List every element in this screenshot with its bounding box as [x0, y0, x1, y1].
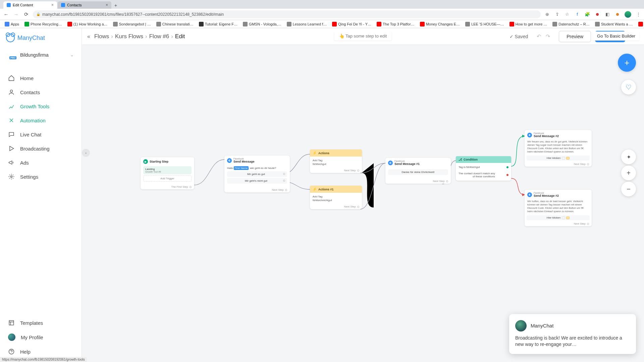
star-icon[interactable]: ☆	[564, 11, 570, 17]
bookmark-item[interactable]: Money Changes E…	[418, 21, 462, 27]
bookmark-item[interactable]: Lessons Learned f…	[285, 21, 329, 27]
add-trigger-button[interactable]: Add Trigger	[143, 175, 192, 182]
bookmark-item[interactable]: Tutorial: Eigene F…	[197, 21, 239, 27]
apps-button[interactable]: Apps	[3, 21, 21, 27]
sidebar-item-profile[interactable]: My Profile	[0, 330, 82, 345]
share-icon[interactable]: ⇪	[554, 11, 560, 17]
bookmark-item[interactable]: Qing Fei De Yi - Y…	[330, 21, 373, 27]
bookmark-item[interactable]: Student Wants a …	[593, 21, 635, 27]
extension-icon[interactable]: f	[574, 11, 580, 17]
sidebar-item-templates[interactable]: Templates	[0, 316, 82, 330]
node-send-message-2-bad[interactable]: ◐ Facebook Send Message #2 Wir hoffen, d…	[525, 190, 592, 226]
zoom-in-button[interactable]: +	[621, 166, 636, 180]
chat-icon	[8, 131, 15, 138]
back-icon[interactable]: ←	[3, 11, 9, 17]
node-send-message-2-good[interactable]: ◐ Facebook Send Message #2 Wir freuen un…	[525, 130, 592, 167]
add-node-button[interactable]: +	[618, 54, 636, 72]
reply-button[interactable]: Hier klicken	[527, 215, 590, 220]
node-actions-1[interactable]: ⚡Actions #1 Add Tag fühltsichnichtgut Ne…	[310, 186, 362, 209]
output-port[interactable]	[190, 186, 192, 188]
node-condition[interactable]: ⎇Condition Tag is fühltsichgut The conta…	[456, 156, 511, 181]
output-port[interactable]	[587, 223, 589, 225]
reply-button[interactable]: Mir geht es gut	[227, 171, 287, 177]
first-step-label: The First Step	[171, 185, 188, 188]
breadcrumb-item: Edit	[175, 33, 185, 40]
trigger-chip[interactable]: Landing Growth Tool #9	[143, 166, 192, 174]
extension-icon[interactable]	[594, 11, 600, 17]
sidebar-item-help[interactable]: Help	[0, 345, 82, 359]
extension-icon[interactable]	[614, 11, 621, 17]
browser-toolbar: ← → ⟳ 🔒 manychat.com/fb198150208192061/c…	[0, 9, 644, 20]
close-icon[interactable]: ×	[106, 3, 108, 7]
sidebar-item-label: Home	[20, 75, 34, 81]
extension-icon[interactable]: 🧩	[584, 11, 590, 17]
bookmark-item[interactable]: (1) How Working a…	[65, 21, 110, 27]
zoom-icon[interactable]: ⊕	[544, 11, 550, 17]
menu-icon[interactable]: ⋮	[635, 11, 641, 17]
nav-list: Home Contacts Growth Tools Automation Li…	[0, 64, 82, 190]
auto-arrange-button[interactable]: ✦	[621, 149, 636, 164]
node-starting-step[interactable]: ▶ Starting Step Landing Growth Tool #9 A…	[141, 157, 194, 189]
output-port[interactable]	[446, 180, 448, 182]
bookmark-item[interactable]: Sonderangebot | …	[111, 21, 153, 27]
workspace-selector[interactable]: PRO Bildungsfirma ⌄	[5, 49, 77, 61]
browser-tab[interactable]: Contacts ×	[58, 1, 111, 9]
main-area: « Flows › Kurs Flows › Flow #6 › Edit ✓ …	[82, 28, 644, 362]
hint-text: Tap some step to edit	[345, 34, 387, 39]
bookmark-item[interactable]: How to get more …	[507, 21, 549, 27]
breadcrumb-item[interactable]: Flows	[94, 33, 109, 40]
sidebar-item-home[interactable]: Home	[0, 71, 82, 85]
node-actions[interactable]: ⚡Actions Add Tag fühltsichgut Next Step	[310, 149, 362, 173]
notification-toast[interactable]: ManyChat Broadcasting is back! We are ex…	[509, 314, 636, 354]
close-icon[interactable]: ×	[51, 3, 54, 7]
zoom-out-button[interactable]: −	[621, 182, 636, 196]
play-icon: ▶	[143, 159, 148, 164]
reload-icon[interactable]: ⟳	[23, 11, 30, 17]
bookmark-item[interactable]: Phone Recycling…	[22, 21, 64, 27]
messenger-icon: ◐	[527, 192, 532, 197]
browser-tab-active[interactable]: Edit Content ×	[3, 1, 57, 9]
sidebar-item-broadcasting[interactable]: Broadcasting	[0, 141, 82, 156]
url-input[interactable]: 🔒 manychat.com/fb198150208192061/cms/fil…	[33, 10, 541, 18]
breadcrumb-item[interactable]: Flow #6	[149, 33, 169, 40]
sidebar-item-growth-tools[interactable]: Growth Tools	[0, 99, 82, 113]
output-port[interactable]	[357, 170, 359, 172]
output-port[interactable]	[283, 173, 285, 175]
basic-builder-button[interactable]: Go To Basic Builder	[593, 32, 639, 41]
extension-icon[interactable]: ◧	[604, 11, 610, 17]
output-port[interactable]	[587, 163, 589, 165]
node-send-message-1[interactable]: ◐ Facebook Send Message #1 Danke für dei…	[385, 158, 451, 184]
next-step-label: Next Step	[574, 222, 586, 225]
new-tab-button[interactable]: +	[112, 2, 119, 9]
link-icon	[562, 157, 565, 160]
sidebar-item-settings[interactable]: Settings	[0, 170, 82, 184]
sidebar-item-contacts[interactable]: Contacts	[0, 85, 82, 99]
bookmark-item[interactable]: LEE 'S HOUSE—…	[463, 21, 506, 27]
breadcrumb-item[interactable]: Kurs Flows	[115, 33, 143, 40]
preview-button[interactable]: Preview	[559, 31, 591, 42]
svg-point-1	[11, 176, 12, 178]
chevron-right-icon: ›	[145, 33, 147, 40]
brand-logo[interactable]: ManyChat	[0, 28, 82, 46]
sidebar-expand-button[interactable]: ›	[82, 149, 90, 157]
profile-avatar-icon[interactable]	[625, 11, 631, 18]
collapse-button[interactable]: «	[87, 34, 90, 40]
output-port[interactable]	[285, 189, 287, 191]
bookmark-item[interactable]: The Top 3 Platfor…	[375, 21, 417, 27]
node-send-message[interactable]: ◐ Facebook Send Message Hallo First Name…	[224, 156, 290, 192]
bookmark-item[interactable]: Chinese translati…	[154, 21, 196, 27]
bookmark-item[interactable]: GMSN - Vologda,…	[241, 21, 283, 27]
favorite-button[interactable]: ♡	[621, 80, 636, 95]
output-port[interactable]	[357, 206, 359, 208]
bookmark-item[interactable]: (2) How To Add A…	[636, 21, 644, 27]
sidebar-item-ads[interactable]: Ads	[0, 156, 82, 170]
sidebar-item-automation[interactable]: Automation	[0, 113, 82, 127]
reply-button[interactable]: Hier klicken	[527, 156, 590, 161]
reply-button[interactable]: Mir geht's nicht gut	[227, 178, 287, 184]
sidebar-item-live-chat[interactable]: Live Chat	[0, 127, 82, 141]
bookmark-item[interactable]: Datenschutz – R…	[550, 21, 591, 27]
output-port[interactable]	[283, 180, 285, 182]
output-port-false[interactable]	[506, 174, 508, 176]
message-text: Wir hoffen, dass es dir bald besser geht…	[525, 199, 592, 215]
manychat-logo-icon	[6, 34, 15, 42]
